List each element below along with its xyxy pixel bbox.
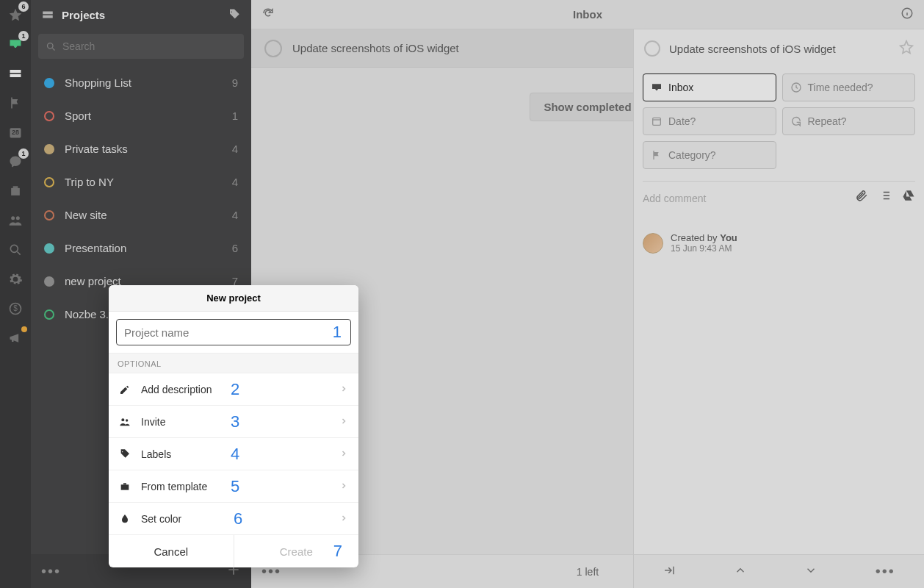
annotation-7: 7 (333, 542, 342, 561)
people-icon (119, 416, 131, 428)
row-description-label: Add description (141, 384, 212, 395)
chevron-icon (339, 513, 348, 525)
project-name-field[interactable]: 1 (116, 319, 351, 345)
annotation-3: 3 (231, 412, 239, 431)
drop-icon (119, 513, 131, 525)
new-project-modal: New project 1 OPTIONAL Add description 2… (109, 285, 358, 567)
svg-rect-18 (121, 484, 129, 490)
row-color[interactable]: Set color 6 (109, 503, 358, 535)
row-template[interactable]: From template 5 (109, 470, 358, 503)
row-labels[interactable]: Labels 4 (109, 438, 358, 470)
create-button[interactable]: Create 7 (234, 535, 359, 567)
modal-footer: Cancel Create 7 (109, 535, 358, 567)
annotation-1: 1 (333, 323, 342, 342)
svg-rect-19 (123, 483, 126, 484)
row-invite-label: Invite (141, 416, 165, 428)
row-invite[interactable]: Invite 3 (109, 406, 358, 438)
create-label: Create (280, 545, 313, 558)
annotation-2: 2 (231, 380, 239, 399)
row-labels-label: Labels (141, 448, 171, 460)
project-name-input[interactable] (124, 326, 343, 339)
annotation-4: 4 (231, 445, 239, 464)
cancel-button[interactable]: Cancel (109, 535, 234, 567)
svg-point-16 (121, 418, 124, 421)
svg-point-17 (126, 419, 128, 421)
row-color-label: Set color (141, 513, 181, 525)
briefcase-icon (119, 481, 131, 492)
row-description[interactable]: Add description 2 (109, 373, 358, 406)
pencil-icon (119, 384, 131, 395)
tag-icon (119, 448, 131, 460)
row-template-label: From template (141, 481, 207, 492)
chevron-icon (339, 416, 348, 428)
modal-title: New project (109, 285, 358, 312)
annotation-6: 6 (234, 509, 242, 528)
chevron-icon (339, 448, 348, 460)
chevron-icon (339, 384, 348, 395)
annotation-5: 5 (231, 477, 239, 496)
chevron-icon (339, 481, 348, 492)
optional-header: OPTIONAL (109, 353, 358, 373)
